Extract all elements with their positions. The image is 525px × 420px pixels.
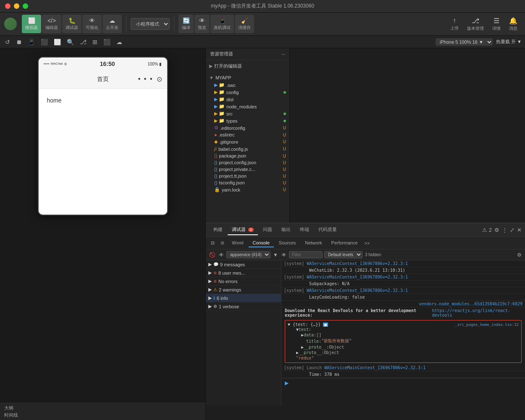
devtools-close-icon[interactable]: ✕ [517, 227, 522, 233]
stop-button[interactable]: ⏹ [14, 38, 24, 46]
devtools-more-icon[interactable]: ⋮ [502, 227, 507, 233]
screen-button[interactable]: ⬜ [52, 38, 63, 46]
toolbar-right-group: ↑ 上传 ⎇ 版本管理 ☰ 详情 🔔 消息 [447, 15, 521, 33]
tab-output[interactable]: 输出 [277, 225, 295, 235]
preview-button[interactable]: 👁 预览 [194, 15, 210, 33]
launch-link[interactable]: WAServiceMainContext_136967806v=2.32.3:1 [324, 365, 425, 370]
tree-item-tsconfig[interactable]: {} tsconfig.json U [206, 179, 289, 186]
level-select[interactable]: Default levels [324, 251, 362, 258]
maximize-button[interactable] [23, 3, 28, 9]
file-tree-menu-icon[interactable]: ··· [281, 52, 285, 57]
devtools-clear-icon[interactable]: ⊘ [218, 239, 227, 247]
tab-issues[interactable]: 问题 [259, 225, 276, 235]
tree-item-project-tt[interactable]: {} project.tt.json U [206, 173, 289, 179]
device-select[interactable]: iPhone 5 100% 16 ▼ [436, 38, 493, 46]
console-settings-icon[interactable]: ⚙ [516, 251, 522, 259]
tree-item-package-json[interactable]: {} package.json U [206, 152, 289, 159]
subtab-more-icon[interactable]: >> [363, 239, 372, 247]
detail-button[interactable]: ☰ 详情 [489, 15, 504, 33]
tree-item-types[interactable]: ▶ 📁 types [206, 117, 289, 124]
cloud-button[interactable]: ☁ 云开发 [102, 15, 122, 33]
visualize-button[interactable]: 👁 可视化 [82, 15, 102, 33]
devtools-settings-icon[interactable]: ⚙ [494, 227, 499, 233]
subtab-wxml[interactable]: Wxml [228, 239, 248, 247]
compile-button[interactable]: 🔄 编译 [178, 15, 194, 33]
file-badge: U [283, 187, 286, 192]
separator-2 [174, 16, 174, 32]
tree-item-swc[interactable]: ▶ 📁 .swc [206, 81, 289, 89]
branch-button[interactable]: ⎇ [78, 38, 88, 46]
search-button[interactable]: 🔍 [65, 38, 76, 46]
tree-item-dist[interactable]: ▶ 📁 dist [206, 96, 289, 103]
refresh-button[interactable]: ↺ [3, 38, 12, 46]
tree-item-babel-config[interactable]: 𝛽 babel.config.js U [206, 145, 289, 152]
open-editors-header[interactable]: ▶ 打开的编辑器 [206, 62, 289, 71]
phone-icon[interactable]: 📱 [26, 38, 37, 46]
mode-select[interactable]: 小程序模式插件模式 [131, 18, 170, 30]
log-link-1[interactable]: WAServiceMainContext_136967806v=2.32.3:1 [307, 261, 408, 266]
msg-group-header-errors[interactable]: ▶ ⊗ No errors [206, 277, 281, 285]
outline-item[interactable]: 大纲 [4, 405, 18, 411]
log-link-2[interactable]: WAServiceMainContext_136967806v=2.32.3:1 [307, 275, 408, 279]
expand-icon: ▶ [208, 295, 212, 301]
notify-button[interactable]: 🔔 消息 [506, 15, 521, 33]
object-source-link[interactable]: _src_pages_home_index.tsx:12 [455, 323, 519, 327]
devtools-panel-icon[interactable]: ⊟ [208, 239, 217, 247]
msg-group-user: ▶ ⊗ 8 user mes... [206, 269, 281, 277]
rotate-button[interactable]: ⬛ [39, 38, 50, 46]
tree-item-node-modules[interactable]: ▶ 📁 node_modules [206, 103, 289, 110]
msg-group-header-user[interactable]: ▶ ⊗ 8 user mes... [206, 269, 281, 277]
tree-item-config[interactable]: ▶ 📁 config [206, 89, 289, 96]
console-input[interactable] [290, 381, 522, 386]
msg-group-label: 8 user mes... [218, 270, 245, 276]
msg-group-header-all[interactable]: ▶ 💬 9 messages [206, 260, 281, 268]
tree-item-eslintrc[interactable]: ● .eslintrc U [206, 131, 289, 138]
myapp-header[interactable]: ▼ MYAPP [206, 74, 289, 81]
log-link-vendor[interactable]: vendors-node_modules..65d13584b219c7:602… [419, 302, 522, 306]
tab-build[interactable]: 构建 [209, 225, 227, 235]
upload-button[interactable]: ↑ 上传 [447, 15, 462, 33]
list-button[interactable]: ⬛ [102, 38, 112, 46]
tree-item-project-private[interactable]: {} project.private.c... U [206, 166, 289, 173]
hot-reload-toggle[interactable]: 热重载 开 ▼ [496, 39, 522, 45]
tree-item-gitignore[interactable]: ◆ .gitignore U [206, 138, 289, 145]
real-debug-button[interactable]: 📱 真机调试 [210, 15, 234, 33]
context-eye-icon[interactable]: 👁 [281, 251, 287, 259]
cloud-icon[interactable]: ☁ [115, 38, 124, 46]
timeline-item[interactable]: 时间线 [4, 412, 18, 418]
context-expand-icon[interactable]: ▼ [272, 251, 279, 259]
context-select[interactable]: appservice (#14) [226, 251, 270, 258]
subtab-sources[interactable]: Sources [275, 239, 300, 247]
grid-button[interactable]: ⊞ [91, 38, 99, 46]
download-link[interactable]: https://reactjs.org/link/react-devtools [432, 308, 522, 318]
subtab-console[interactable]: Console [249, 239, 274, 247]
expand-icon: ▶ [208, 304, 212, 309]
file-icon: {} [214, 180, 217, 185]
subtab-performance[interactable]: Performance [327, 239, 362, 247]
tree-item-yarn-lock[interactable]: 🔒 yarn.lock U [206, 186, 289, 193]
devtools-expand-icon[interactable]: ⤢ [510, 227, 514, 233]
debugger-button[interactable]: 🐛 调试器 [62, 15, 81, 33]
log-link-3[interactable]: WAServiceMainContext_136967806v=2.32.3:1 [307, 288, 408, 293]
filter-input[interactable] [289, 251, 323, 258]
tab-debugger[interactable]: 调试器 2 [228, 225, 258, 235]
editor-button[interactable]: </> 编辑器 [42, 15, 61, 33]
msg-group-header-warnings[interactable]: ▶ ⚠ 2 warnings [206, 286, 281, 294]
simulator-button[interactable]: ⬜ 模拟器 [22, 15, 41, 33]
tree-item-editorconfig[interactable]: ⚙ .editorconfig U [206, 124, 289, 131]
tab-terminal[interactable]: 终端 [296, 225, 313, 235]
tree-item-src[interactable]: ▶ 📁 src [206, 110, 289, 117]
devtools-warning-icon[interactable]: ⚠ 2 [482, 227, 492, 233]
minimize-button[interactable] [14, 3, 19, 9]
version-button[interactable]: ⎇ 版本管理 [464, 15, 487, 33]
msg-group-header-info[interactable]: ▶ ℹ 6 info [206, 294, 281, 302]
subtab-network[interactable]: Network [301, 239, 326, 247]
msg-group-header-verbose[interactable]: ▶ ⚙ 1 verbose [206, 302, 281, 310]
close-button[interactable] [5, 3, 10, 9]
tree-item-project-config[interactable]: {} project.config.json U [206, 159, 289, 166]
filter-block-icon[interactable]: 🚫 [208, 251, 216, 259]
tab-quality[interactable]: 代码质量 [314, 225, 341, 235]
clear-cache-button[interactable]: 🧹 清缓存 [235, 15, 254, 33]
filter-eye-icon[interactable]: 👁 [218, 251, 225, 259]
open-editors-section: ▶ 打开的编辑器 [206, 60, 289, 72]
